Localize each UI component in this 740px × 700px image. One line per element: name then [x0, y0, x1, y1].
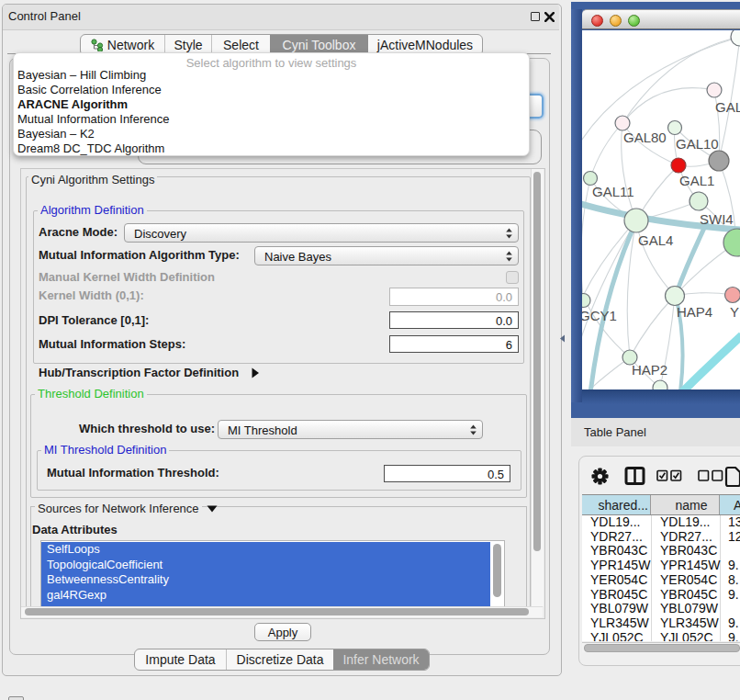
svg-text:GAL1: GAL1 [679, 173, 714, 188]
svg-text:GAL80: GAL80 [623, 130, 667, 145]
svg-text:HAP2: HAP2 [632, 362, 667, 378]
svg-text:GAL11: GAL11 [592, 184, 634, 199]
svg-text:Y: Y [730, 304, 739, 320]
svg-text:SWI4: SWI4 [700, 211, 734, 227]
svg-text:GAL10: GAL10 [676, 136, 719, 152]
svg-text:GAL2: GAL2 [715, 99, 740, 115]
svg-text:GCY1: GCY1 [582, 308, 617, 323]
svg-text:GAL4: GAL4 [638, 232, 673, 248]
svg-text:HAP4: HAP4 [677, 304, 712, 320]
